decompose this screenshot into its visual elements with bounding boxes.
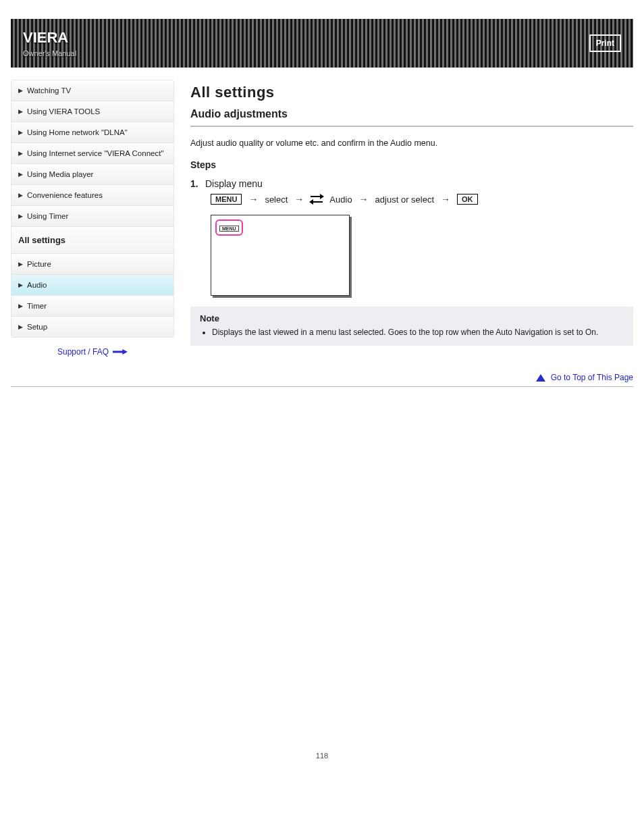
chevron-right-icon: ▶ bbox=[18, 192, 23, 199]
mock-highlight: MENU bbox=[215, 219, 243, 236]
sidebar-section-label: All settings bbox=[18, 235, 65, 245]
sidebar-item-label: Using Timer bbox=[27, 212, 68, 220]
arrow-right-icon bbox=[113, 349, 128, 355]
sidebar-item-label: Picture bbox=[27, 260, 51, 268]
sidebar-item-convenience[interactable]: ▶ Convenience features bbox=[11, 185, 173, 206]
step-number: 1. bbox=[190, 178, 200, 189]
page-subtitle: Audio adjustments bbox=[190, 108, 633, 120]
arrow-right-icon: → bbox=[441, 194, 450, 205]
brand-title: VIERA bbox=[23, 29, 68, 46]
sidebar-item-label: Using Internet service "VIERA Connect" bbox=[27, 149, 163, 157]
step-audio: Audio bbox=[329, 194, 352, 205]
steps-heading: Steps bbox=[190, 159, 633, 170]
step-1-label: 1. Display menu bbox=[190, 178, 633, 189]
sidebar-item-label: Setup bbox=[27, 323, 47, 331]
sidebar-item-media-player[interactable]: ▶ Using Media player bbox=[11, 164, 173, 185]
brand-subtitle: Owner's Manual bbox=[23, 49, 589, 57]
header-bar: VIERA Owner's Manual Print bbox=[11, 19, 633, 68]
chevron-right-icon: ▶ bbox=[18, 171, 23, 178]
sidebar-footer: Support / FAQ bbox=[11, 338, 174, 366]
screen-mock: MENU bbox=[211, 215, 350, 296]
page-number: 118 bbox=[0, 752, 644, 773]
sidebar-item-timer[interactable]: ▶ Timer bbox=[11, 296, 173, 317]
page-footer-row: Go to Top of This Page bbox=[11, 373, 633, 382]
sidebar-item-picture[interactable]: ▶ Picture bbox=[11, 254, 173, 275]
sidebar-item-watching-tv[interactable]: ▶ Watching TV bbox=[11, 80, 173, 101]
sidebar-item-label: Using Media player bbox=[27, 170, 93, 178]
chevron-right-icon: ▶ bbox=[18, 213, 23, 219]
intro-text: Adjust audio quality or volume etc. and … bbox=[190, 136, 633, 150]
sidebar-item-label: Using Home network "DLNA" bbox=[27, 128, 128, 136]
header-brand-block: VIERA Owner's Manual bbox=[23, 29, 589, 57]
step-select-1: select bbox=[265, 194, 288, 205]
mock-menu-badge: MENU bbox=[219, 226, 239, 232]
sidebar-list: ▶ Watching TV ▶ Using VIERA TOOLS ▶ Usin… bbox=[11, 80, 174, 338]
chevron-right-icon: ▶ bbox=[18, 282, 23, 288]
step-adjust-or-select: adjust or select bbox=[375, 194, 434, 205]
note-list: Displays the last viewed in a menu last … bbox=[200, 326, 624, 339]
note-item: Displays the last viewed in a menu last … bbox=[212, 326, 624, 339]
sidebar-next-label: Support / FAQ bbox=[57, 347, 109, 357]
chevron-right-icon: ▶ bbox=[18, 150, 23, 157]
triangle-up-icon bbox=[536, 374, 545, 382]
bottom-divider bbox=[11, 386, 633, 387]
sidebar-next-link[interactable]: Support / FAQ bbox=[57, 347, 128, 357]
note-title: Note bbox=[200, 313, 624, 323]
arrow-right-icon: → bbox=[294, 194, 304, 205]
print-button[interactable]: Print bbox=[589, 34, 621, 52]
sidebar-section-all-settings[interactable]: All settings bbox=[11, 227, 173, 254]
sidebar-item-dlna[interactable]: ▶ Using Home network "DLNA" bbox=[11, 122, 173, 143]
arrow-right-icon: → bbox=[248, 194, 258, 205]
sidebar-item-label: Using VIERA TOOLS bbox=[27, 107, 100, 115]
chevron-right-icon: ▶ bbox=[18, 129, 23, 136]
page-title: All settings bbox=[190, 84, 633, 101]
sidebar-item-audio[interactable]: ▶ Audio bbox=[11, 275, 173, 296]
sidebar-item-viera-connect[interactable]: ▶ Using Internet service "VIERA Connect" bbox=[11, 143, 173, 164]
chevron-right-icon: ▶ bbox=[18, 261, 23, 267]
note-box: Note Displays the last viewed in a menu … bbox=[190, 307, 633, 346]
section-divider bbox=[190, 126, 633, 127]
chevron-right-icon: ▶ bbox=[18, 303, 23, 309]
sidebar-item-using-timer[interactable]: ▶ Using Timer bbox=[11, 206, 173, 227]
step-display-menu: Display menu bbox=[205, 178, 263, 189]
ok-button-icon: OK bbox=[457, 194, 478, 205]
chevron-right-icon: ▶ bbox=[18, 323, 23, 330]
sidebar-item-label: Watching TV bbox=[27, 86, 71, 95]
menu-button-icon: MENU bbox=[211, 194, 242, 205]
go-top-link[interactable]: Go to Top of This Page bbox=[551, 373, 633, 382]
sidebar-item-label: Convenience features bbox=[27, 191, 103, 199]
step-sequence: MENU → select → Audio → adjust or select… bbox=[211, 193, 633, 205]
main-content: All settings Audio adjustments Adjust au… bbox=[190, 80, 633, 366]
sidebar: ▶ Watching TV ▶ Using VIERA TOOLS ▶ Usin… bbox=[11, 80, 174, 366]
chevron-right-icon: ▶ bbox=[18, 87, 23, 94]
sidebar-item-label: Timer bbox=[27, 302, 47, 310]
sidebar-item-viera-tools[interactable]: ▶ Using VIERA TOOLS bbox=[11, 101, 173, 122]
arrow-right-icon: → bbox=[359, 194, 369, 205]
chevron-right-icon: ▶ bbox=[18, 108, 23, 115]
sidebar-item-setup[interactable]: ▶ Setup bbox=[11, 317, 173, 337]
swap-arrows-icon bbox=[311, 193, 323, 205]
sidebar-item-label: Audio bbox=[27, 281, 47, 289]
